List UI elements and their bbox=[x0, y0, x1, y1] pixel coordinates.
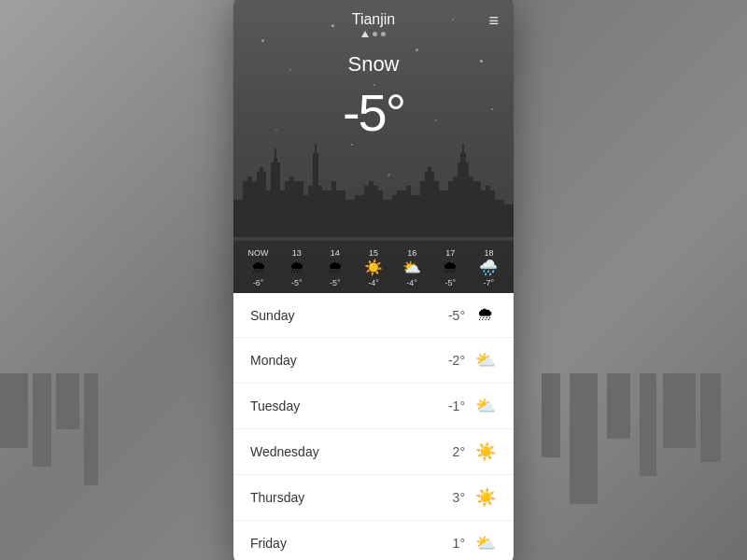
hour-temp: -5° bbox=[330, 278, 341, 287]
hourly-item: 14🌨-5° bbox=[316, 248, 354, 287]
hour-temp: -5° bbox=[444, 278, 456, 287]
daily-icon: ☀️ bbox=[474, 441, 497, 462]
hour-temp: -4° bbox=[406, 278, 417, 287]
hourly-strip: NOW🌨-6°13🌨-5°14🌨-5°15☀️-4°16⛅-4°17🌨-5°18… bbox=[233, 241, 514, 293]
daily-icon: ⛅ bbox=[474, 396, 497, 416]
daily-icon: 🌨 bbox=[474, 305, 497, 325]
hour-icon: 🌧️ bbox=[479, 260, 498, 275]
daily-item: Thursday3°☀️ bbox=[233, 475, 514, 521]
hourly-item: 16⛅-4° bbox=[393, 248, 431, 287]
daily-day: Monday bbox=[250, 353, 448, 368]
hour-label: 14 bbox=[331, 248, 340, 258]
weather-header: Tianjin ≡ bbox=[248, 11, 499, 28]
hourly-item: NOW🌨-6° bbox=[239, 248, 277, 287]
hour-label: 13 bbox=[292, 248, 302, 258]
dot-2[interactable] bbox=[373, 32, 377, 36]
dot-1[interactable] bbox=[361, 31, 369, 37]
hour-temp: -7° bbox=[484, 278, 495, 287]
daily-day: Tuesday bbox=[250, 399, 448, 413]
daily-temp: 2° bbox=[453, 444, 465, 459]
daily-day: Friday bbox=[250, 536, 453, 551]
weather-condition: Snow bbox=[248, 52, 499, 77]
daily-item: Friday1°⛅ bbox=[233, 521, 514, 560]
daily-temp: -1° bbox=[448, 399, 465, 413]
app-card: Tianjin ≡ Snow -5° NOW🌨-6°13🌨-5°14🌨-5°15… bbox=[233, 0, 514, 560]
daily-forecast-list: Sunday-5°🌨Monday-2°⛅Tuesday-1°⛅Wednesday… bbox=[233, 293, 514, 560]
hour-icon: ⛅ bbox=[402, 260, 421, 275]
dot-3[interactable] bbox=[381, 32, 386, 36]
daily-temp: -5° bbox=[448, 308, 465, 323]
daily-temp: -2° bbox=[448, 353, 465, 368]
hour-icon: 🌨 bbox=[443, 260, 458, 275]
daily-temp: 3° bbox=[453, 490, 465, 505]
daily-icon: ☀️ bbox=[474, 487, 497, 508]
daily-item: Wednesday2°☀️ bbox=[233, 429, 514, 475]
daily-icon: ⛅ bbox=[474, 533, 497, 553]
menu-icon[interactable]: ≡ bbox=[488, 11, 499, 31]
hourly-item: 15☀️-4° bbox=[354, 248, 392, 287]
hour-icon: 🌨 bbox=[251, 260, 266, 275]
hour-label: 18 bbox=[484, 248, 493, 258]
hour-label: 16 bbox=[407, 248, 416, 258]
daily-temp: 1° bbox=[453, 536, 465, 551]
daily-day: Sunday bbox=[250, 308, 448, 323]
hourly-item: 13🌨-5° bbox=[277, 248, 316, 287]
current-temperature: -5° bbox=[248, 82, 499, 143]
daily-item: Monday-2°⛅ bbox=[233, 338, 514, 384]
hour-icon: 🌨 bbox=[289, 260, 304, 275]
daily-icon: ⛅ bbox=[474, 350, 497, 371]
daily-item: Sunday-5°🌨 bbox=[233, 293, 514, 338]
weather-top: Tianjin ≡ Snow -5° NOW🌨-6°13🌨-5°14🌨-5°15… bbox=[233, 0, 514, 293]
hourly-item: 18🌧️-7° bbox=[470, 248, 508, 287]
hour-icon: ☀️ bbox=[364, 260, 383, 275]
hour-temp: -6° bbox=[253, 278, 264, 287]
weather-dots bbox=[248, 32, 499, 37]
hour-label: 17 bbox=[445, 248, 455, 258]
hour-temp: -5° bbox=[291, 278, 303, 287]
hour-temp: -4° bbox=[368, 278, 379, 287]
hourly-item: 17🌨-5° bbox=[431, 248, 470, 287]
daily-day: Thursday bbox=[250, 490, 453, 505]
hour-label: 15 bbox=[369, 248, 378, 258]
hour-label: NOW bbox=[248, 248, 269, 258]
daily-day: Wednesday bbox=[250, 444, 453, 459]
daily-item: Tuesday-1°⛅ bbox=[233, 384, 514, 429]
hour-icon: 🌨 bbox=[328, 260, 343, 275]
city-name: Tianjin bbox=[352, 11, 396, 28]
